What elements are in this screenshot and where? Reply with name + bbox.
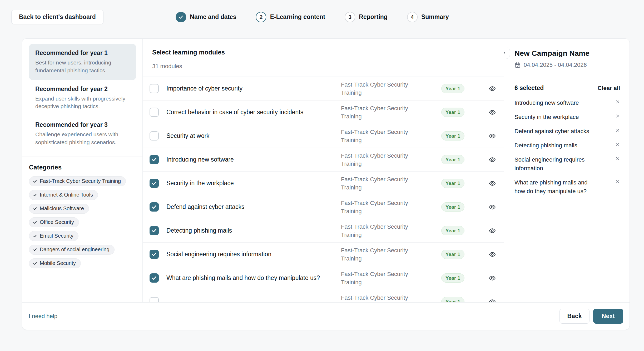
check-icon (33, 248, 37, 252)
preview-eye-icon[interactable] (489, 227, 496, 234)
preview-eye-icon[interactable] (489, 203, 496, 211)
step-number: 4 (411, 14, 414, 20)
step-indicator: 2 (256, 12, 266, 22)
selected-module-label: What are phishing mails and how do they … (514, 178, 593, 195)
module-year-badge-wrap: Year 1 (441, 108, 472, 117)
selected-module-item: Introducing new software (514, 98, 620, 107)
step-label: E-Learning content (270, 13, 325, 21)
preview-eye-icon[interactable] (489, 180, 496, 187)
category-chip-label: Mobile Security (40, 260, 76, 266)
module-checkbox[interactable] (150, 226, 159, 235)
collapse-panel-button[interactable] (504, 47, 510, 59)
back-to-dashboard-button[interactable]: Back to client's dashboard (11, 10, 103, 24)
remove-selected-icon[interactable] (615, 179, 620, 185)
selected-module-label: Defend against cyber attacks (514, 127, 593, 136)
module-row[interactable]: Security at work Fast-Track Cyber Securi… (143, 124, 504, 148)
module-checkbox[interactable] (150, 273, 159, 283)
module-row[interactable]: Importance of cyber security Fast-Track … (143, 77, 504, 101)
clear-all-link[interactable]: Clear all (597, 85, 620, 92)
module-training-name: Fast-Track Cyber Security Training (341, 104, 420, 121)
category-chip[interactable]: Email Security (29, 231, 78, 241)
stepper-step[interactable]: 4 Summary (407, 12, 468, 22)
category-chip[interactable]: Malicious Software (29, 204, 89, 214)
remove-selected-icon[interactable] (615, 142, 620, 148)
campaign-dates-text: 04.04.2025 - 04.04.2026 (524, 62, 587, 68)
module-checkbox[interactable] (150, 297, 159, 302)
remove-selected-icon[interactable] (615, 128, 620, 134)
remove-selected-icon[interactable] (615, 99, 620, 105)
module-row[interactable]: Correct behavior in case of cyber securi… (143, 101, 504, 124)
category-chip[interactable]: Dangers of social engineering (29, 245, 115, 255)
module-row[interactable]: Introducing new software Fast-Track Cybe… (143, 148, 504, 172)
stepper-step[interactable]: 2 E-Learning content (256, 12, 345, 22)
module-checkbox[interactable] (150, 84, 159, 93)
step-number: 3 (348, 14, 351, 20)
category-chip[interactable]: Office Security (29, 217, 79, 227)
module-row[interactable]: Security in the workplace Fast-Track Cyb… (143, 172, 504, 195)
help-link[interactable]: I need help (29, 313, 57, 320)
check-icon (33, 179, 37, 183)
stepper-step[interactable]: Name and dates (176, 12, 256, 22)
module-year-badge-wrap: Year 1 (441, 179, 472, 188)
module-row[interactable]: Fast-Track Cyber Security Training Year … (143, 290, 504, 302)
campaign-date-range: 04.04.2025 - 04.04.2026 (514, 62, 620, 68)
module-row[interactable]: Social engineering requires information … (143, 243, 504, 266)
preview-eye-icon[interactable] (489, 274, 496, 282)
selected-module-label: Detecting phishing mails (514, 141, 593, 150)
modules-header: Select learning modules 31 modules (143, 39, 504, 77)
check-icon (33, 261, 37, 265)
module-checkbox[interactable] (150, 131, 159, 141)
module-training-name: Fast-Track Cyber Security Training (341, 199, 420, 215)
preview-eye-icon[interactable] (489, 156, 496, 163)
year-badge: Year 1 (441, 155, 464, 164)
remove-selected-icon[interactable] (615, 114, 620, 119)
selected-module-item: Social engineering requires information (514, 155, 620, 173)
next-button[interactable]: Next (593, 309, 623, 324)
module-checkbox[interactable] (150, 108, 159, 117)
selected-module-label: Security in the workplace (514, 113, 593, 121)
recommendation-option[interactable]: Recommended for year 2 Expand user skill… (29, 80, 136, 116)
recommendation-title: Recommended for year 2 (35, 86, 130, 93)
module-title: Importance of cyber security (166, 85, 341, 92)
preview-eye-icon[interactable] (489, 251, 496, 258)
category-chip[interactable]: Mobile Security (29, 258, 81, 268)
check-icon (151, 275, 157, 281)
selected-module-item: What are phishing mails and how do they … (514, 178, 620, 195)
preview-eye-icon[interactable] (489, 85, 496, 92)
back-button[interactable]: Back (559, 309, 589, 324)
campaign-summary-panel: New Campaign Name 04.04.2025 - 04.04.202… (504, 39, 630, 302)
calendar-icon (514, 62, 521, 68)
module-year-badge-wrap: Year 1 (441, 155, 472, 164)
step-indicator: 4 (407, 12, 418, 22)
wizard-footer: I need help Back Next (22, 302, 630, 330)
preview-eye-icon[interactable] (489, 132, 496, 140)
module-title: Introducing new software (166, 156, 341, 163)
check-icon (151, 204, 157, 210)
module-training-name: Fast-Track Cyber Security Training (341, 294, 420, 303)
check-icon (33, 220, 37, 224)
recommendation-option[interactable]: Recommended for year 3 Challenge experie… (29, 116, 136, 152)
module-checkbox[interactable] (150, 155, 159, 164)
selected-module-label: Social engineering requires information (514, 155, 593, 173)
check-icon (151, 180, 157, 186)
module-checkbox[interactable] (150, 179, 159, 188)
module-checkbox[interactable] (150, 250, 159, 259)
category-chip-list: Fast-Track Cyber Security Training Inter… (29, 176, 136, 268)
module-checkbox[interactable] (150, 202, 159, 212)
selected-module-item: Defend against cyber attacks (514, 127, 620, 136)
preview-eye-icon[interactable] (489, 109, 496, 116)
remove-selected-icon[interactable] (615, 156, 620, 162)
module-row[interactable]: What are phishing mails and how do they … (143, 266, 504, 290)
module-row[interactable]: Detecting phishing mails Fast-Track Cybe… (143, 219, 504, 243)
module-year-badge-wrap: Year 1 (441, 202, 472, 212)
modules-count: 31 modules (152, 63, 494, 70)
category-chip[interactable]: Internet & Online Tools (29, 190, 98, 200)
module-training-name: Fast-Track Cyber Security Training (341, 223, 420, 239)
preview-eye-icon[interactable] (489, 298, 496, 303)
module-title: Correct behavior in case of cyber securi… (166, 109, 341, 116)
category-chip[interactable]: Fast-Track Cyber Security Training (29, 176, 126, 186)
module-row[interactable]: Defend against cyber attacks Fast-Track … (143, 195, 504, 219)
stepper-step[interactable]: 3 Reporting (345, 12, 407, 22)
recommendation-option[interactable]: Recommended for year 1 Best for new user… (29, 44, 136, 80)
check-icon (33, 234, 37, 238)
